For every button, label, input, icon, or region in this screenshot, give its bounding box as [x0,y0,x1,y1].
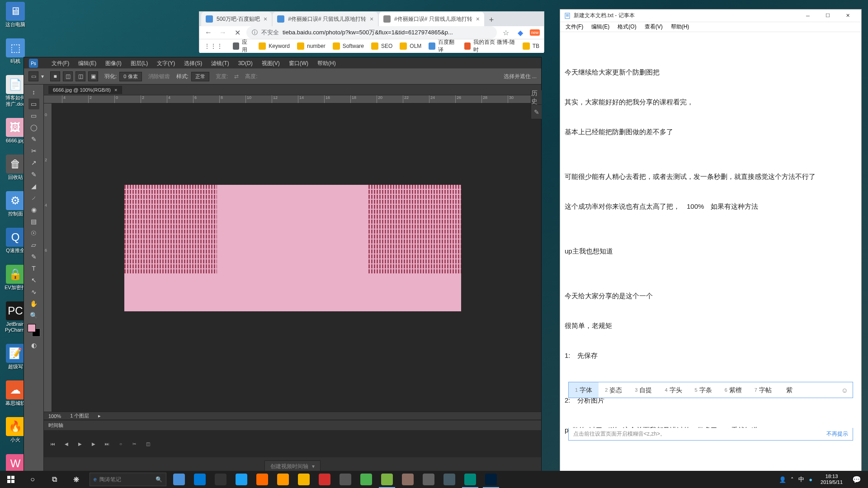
tray-network-icon[interactable]: ● [809,476,812,483]
apps-icon[interactable]: ⋮⋮⋮ [204,42,223,50]
brush-panel-icon[interactable]: ✎ [531,105,542,119]
notepad-menu-item[interactable]: 查看(V) [641,22,666,32]
taskbar-search[interactable]: e 陶涛笔记 🔍 [90,473,166,486]
taskbar-app[interactable] [335,471,355,488]
app-icon[interactable]: ❋ [65,471,87,488]
ime-candidate[interactable]: 2姿态 [599,382,628,398]
ps-tool[interactable]: ▤ [28,216,39,227]
ps-tool-preset[interactable]: ▭ [28,71,38,81]
ps-tool[interactable]: ✋ [28,298,39,309]
style-select[interactable]: 正常 [191,72,209,81]
browser-tab[interactable]: #佟丽娅口误# 只留线儿原地打转× [379,12,484,26]
ps-tool[interactable]: ▱ [28,239,39,250]
ps-tool[interactable]: ▭ [28,99,39,109]
ps-menu-item[interactable]: 3D(D) [238,60,253,66]
bookmark-item[interactable]: 我的首页 微博-随时 [464,38,515,54]
ps-menu-item[interactable]: 滤镜(T) [211,60,229,67]
tab-close-icon[interactable]: × [264,15,267,23]
ps-menu-item[interactable]: 帮助(H) [317,60,336,67]
ps-tool[interactable]: ✎ [28,134,39,145]
ps-tool[interactable]: ∿ [28,286,39,297]
extension-icon[interactable]: ◆ [515,27,526,38]
forward-button[interactable]: → [217,27,228,38]
ime-candidate[interactable]: 1字体 [569,382,599,398]
taskbar-app[interactable] [273,471,293,488]
taskbar-app[interactable] [439,471,459,488]
taskbar-app[interactable] [169,471,189,488]
taskbar-app[interactable] [211,471,231,488]
taskbar-clock[interactable]: 18:13 2019/5/11 [816,474,847,485]
refine-edge-button[interactable]: 选择并遮住 ... [504,73,537,80]
ps-tool[interactable]: ↗ [28,157,39,168]
ps-tool[interactable]: ☉ [28,228,39,239]
notepad-menu-item[interactable]: 格式(O) [614,22,640,32]
maximize-button[interactable]: ☐ [818,10,838,22]
tray-people-icon[interactable]: 👤 [779,476,786,483]
ps-menu-item[interactable]: 窗口(W) [289,60,308,67]
ime-emoji-button[interactable]: ☺ [837,383,853,398]
ime-dismiss-button[interactable]: 不再提示 [826,428,848,440]
new-tab-button[interactable]: + [485,14,498,26]
bookmark-item[interactable]: TB [523,42,539,50]
notepad-titlebar[interactable]: 新建文本文档.txt - 记事本 ─ ☐ ✕ [560,9,861,22]
notepad-menubar[interactable]: 文件(F)编辑(E)格式(O)查看(V)帮助(H) [560,22,861,32]
bookmark-item[interactable]: 百度翻译 [429,38,457,54]
taskbar-app[interactable] [377,471,397,488]
close-icon[interactable]: × [114,87,117,93]
notifications-button[interactable]: 💬 [847,471,866,488]
tl-last[interactable]: ⏭ [103,440,112,448]
taskbar-app[interactable] [398,471,418,488]
mode-new[interactable]: ■ [50,71,60,81]
browser-tab[interactable]: 500万吧-百度贴吧× [201,12,272,26]
quickmask-button[interactable]: ◐ [28,340,39,351]
taskbar-app[interactable] [231,471,251,488]
ps-menu-item[interactable]: 视图(V) [262,60,280,67]
taskbar-app[interactable] [315,471,335,488]
ps-menu-item[interactable]: 文字(Y) [157,60,175,67]
ps-menu-item[interactable]: 图层(L) [131,60,148,67]
notepad-menu-item[interactable]: 编辑(E) [588,22,613,32]
start-button[interactable] [0,471,22,488]
ps-tool[interactable]: ◉ [28,204,39,215]
zoom-level[interactable]: 100% [48,413,61,419]
tray-ime-icon[interactable]: 中 [798,475,804,483]
ps-tool[interactable]: 🔍 [28,310,39,321]
close-button[interactable]: ✕ [838,10,858,22]
canvas-area[interactable] [52,103,541,412]
ime-candidate[interactable]: 7字帖 [748,382,778,398]
feather-input[interactable]: 0 像素 [119,72,142,81]
desktop-icon[interactable]: 🖥这台电脑 [4,2,27,28]
info-icon[interactable]: ⓘ [252,28,258,37]
taskbar-app[interactable] [252,471,272,488]
tl-first[interactable]: ⏮ [48,440,57,448]
ime-candidate[interactable]: 3自提 [628,382,658,398]
ps-tool[interactable]: ▭ [28,110,39,121]
ps-menu-item[interactable]: 选择(S) [184,60,202,67]
taskbar-app[interactable] [294,471,314,488]
star-icon[interactable]: ☆ [500,27,511,38]
bookmark-item[interactable]: SEO [371,42,392,50]
notepad-body[interactable]: 今天继续给大家更新个防删图把 其实，大家能好好的把我分享的课程看完， 基本上已经… [560,32,861,475]
foreground-color[interactable] [28,324,36,332]
extension-new-icon[interactable]: new [529,27,540,38]
tl-split[interactable]: ✂ [130,440,139,448]
ps-document-tab[interactable]: 6666.jpg @ 100%(RGB/8) × [48,86,122,94]
mode-sub[interactable]: ◫ [75,71,85,81]
tab-close-icon[interactable]: × [476,15,480,23]
ime-candidate[interactable]: 5字条 [689,382,718,398]
taskbar-app[interactable] [356,471,376,488]
ps-tool[interactable]: ↖ [28,275,39,286]
taskbar-app[interactable] [481,471,501,488]
bookmark-item[interactable]: OLM [400,42,421,50]
ps-tool[interactable]: ⟋ [28,192,39,203]
ps-tool[interactable]: ✂ [28,145,39,156]
bookmark-item[interactable]: 应用 [233,38,251,54]
stop-button[interactable]: ✕ [232,27,243,38]
ime-candidate[interactable]: 4字头 [658,382,688,398]
taskbar-app[interactable] [419,471,439,488]
ps-tool[interactable]: ◢ [28,181,39,192]
bookmark-item[interactable]: number [297,42,326,50]
tab-close-icon[interactable]: × [370,15,373,23]
ps-tool[interactable]: ↕ [28,87,39,98]
ps-tool[interactable]: ✎ [28,169,39,180]
